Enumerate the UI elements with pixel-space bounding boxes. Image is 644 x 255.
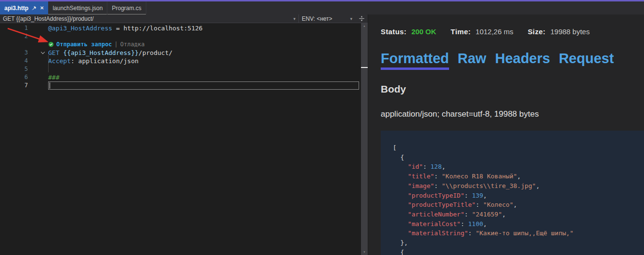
json-token — [393, 220, 408, 228]
line-number: 4 — [0, 57, 28, 65]
document-tab-Program.cs[interactable]: Program.cs — [107, 1, 146, 14]
json-line: "title": "Колесо R18 Кованый", — [393, 172, 644, 181]
codelens-row[interactable]: Отправить запрос|Отладка — [0, 40, 368, 49]
json-token: 1100 — [468, 220, 483, 228]
json-token: "title" — [408, 173, 434, 180]
json-token: "image" — [408, 182, 434, 189]
document-tab-api3.http[interactable]: api3.http✕ — [0, 1, 48, 14]
response-tab-request[interactable]: Request — [559, 51, 614, 70]
vs-window: api3.http✕launchSettings.jsonProgram.cs … — [0, 0, 644, 255]
pin-icon[interactable] — [32, 5, 37, 11]
json-lines: [ { "id": 128, "title": "Колесо R18 Кова… — [393, 143, 644, 255]
line-content: GET {{api3_HostAddress}}/product/ — [48, 49, 172, 57]
environment-selector-value: ENV: <нет> — [302, 15, 348, 22]
code-editor[interactable]: 1@api3_HostAddress = http://localhost:51… — [0, 23, 368, 255]
response-pane: Status: 200 OK Time: 1012,26 ms Size: 19… — [368, 14, 644, 255]
response-tab-raw[interactable]: Raw — [458, 51, 487, 70]
json-token: "materialCost" — [408, 220, 461, 228]
scroll-up-icon[interactable]: ▴ — [361, 24, 368, 28]
send-request-link[interactable]: Отправить запрос — [56, 40, 112, 49]
check-circle-icon — [48, 40, 54, 49]
editor-pane: GET {{api3_HostAddress}}/product/ ▾ ENV:… — [0, 14, 368, 255]
json-token: , — [536, 182, 540, 189]
editor-line[interactable]: 7 — [0, 81, 368, 90]
editor-line[interactable]: 1@api3_HostAddress = http://localhost:51… — [0, 24, 368, 32]
fold-chevron-icon[interactable] — [28, 51, 48, 55]
line-content: Accept: application/json — [48, 57, 139, 65]
line-number: 3 — [0, 49, 28, 57]
json-token: "materialString" — [408, 229, 468, 237]
line-number: 5 — [0, 65, 28, 73]
response-tabs: FormattedRawHeadersRequest — [381, 51, 644, 70]
json-token: "Какие-то шипы,,Ещё шипы," — [476, 229, 574, 237]
line-content: @api3_HostAddress = http://localhost:512… — [48, 24, 203, 32]
json-token — [393, 182, 408, 189]
tab-label: api3.http — [4, 5, 28, 12]
time-value: 1012,26 ms — [476, 27, 513, 36]
json-token — [393, 201, 408, 208]
editor-line[interactable]: 5 — [0, 65, 368, 73]
editor-line[interactable]: 6### — [0, 73, 368, 81]
time-label: Time: — [451, 27, 471, 36]
code-token: = — [112, 25, 123, 32]
response-tab-headers[interactable]: Headers — [495, 51, 550, 70]
size-label: Size: — [528, 27, 545, 36]
size-value: 19988 bytes — [550, 27, 590, 36]
json-token: [ — [393, 144, 397, 151]
status-value: 200 OK — [412, 27, 437, 36]
json-line: "productTypeID": 139, — [393, 191, 644, 201]
line-content: Отправить запрос|Отладка — [48, 40, 144, 49]
document-tab-launchSettings.json[interactable]: launchSettings.json — [48, 1, 107, 14]
line-content — [48, 81, 359, 90]
code-token: ### — [48, 74, 59, 81]
status-label: Status: — [381, 27, 407, 36]
response-tab-formatted[interactable]: Formatted — [381, 51, 449, 70]
chevron-down-icon — [41, 50, 45, 54]
debug-request-link[interactable]: Отладка — [120, 40, 145, 49]
main-area: GET {{api3_HostAddress}}/product/ ▾ ENV:… — [0, 14, 644, 255]
code-token: GET — [48, 49, 59, 56]
close-icon[interactable]: ✕ — [40, 5, 44, 11]
line-number: 6 — [0, 73, 28, 81]
code-token: @api3_HostAddress — [48, 25, 112, 32]
content-type: application/json; charset=utf-8, 19988 b… — [381, 109, 644, 119]
json-token: { — [393, 249, 404, 255]
response-body-json[interactable]: [ { "id": 128, "title": "Колесо R18 Кова… — [381, 131, 644, 255]
json-token — [393, 211, 408, 218]
json-token: : — [464, 192, 472, 199]
split-editor-icon[interactable] — [355, 14, 368, 23]
response-status-row: Status: 200 OK Time: 1012,26 ms Size: 19… — [381, 27, 644, 36]
json-line: }, — [393, 238, 644, 248]
json-token: "id" — [408, 163, 423, 170]
editor-line[interactable]: 2 — [0, 32, 368, 40]
json-token: : — [461, 220, 468, 228]
body-heading: Body — [381, 83, 644, 95]
environment-selector[interactable]: ENV: <нет> ▾ — [298, 14, 355, 23]
json-token: , — [483, 192, 487, 199]
code-token: http://localhost:5126 — [124, 25, 203, 32]
request-selector-value: GET {{api3_HostAddress}}/product/ — [3, 15, 291, 22]
json-token: , — [442, 163, 446, 170]
request-selector[interactable]: GET {{api3_HostAddress}}/product/ ▾ — [0, 14, 298, 23]
editor-line[interactable]: 3GET {{api3_HostAddress}}/product/ — [0, 49, 368, 57]
json-token: , — [513, 201, 517, 208]
json-token — [393, 192, 408, 199]
chevron-down-icon: ▾ — [350, 16, 352, 21]
json-token: "241659" — [472, 211, 502, 218]
scroll-down-icon[interactable]: ▾ — [361, 250, 368, 255]
json-line: [ — [393, 143, 644, 153]
json-line: "id": 128, — [393, 162, 644, 172]
json-token: : — [423, 163, 431, 170]
json-token: : — [468, 229, 476, 237]
json-token — [393, 229, 408, 237]
json-token: }, — [393, 239, 408, 246]
json-token: , — [517, 173, 521, 180]
json-token: : — [464, 211, 472, 218]
json-line: { — [393, 153, 644, 162]
code-token: : application/json — [71, 57, 139, 65]
editor-line[interactable]: 4Accept: application/json — [0, 57, 368, 65]
json-token: 128 — [430, 163, 441, 170]
tab-label: launchSettings.json — [52, 5, 103, 12]
editor-scrollbar[interactable]: ▴ ▾ — [361, 23, 368, 255]
line-number: 7 — [0, 81, 28, 90]
